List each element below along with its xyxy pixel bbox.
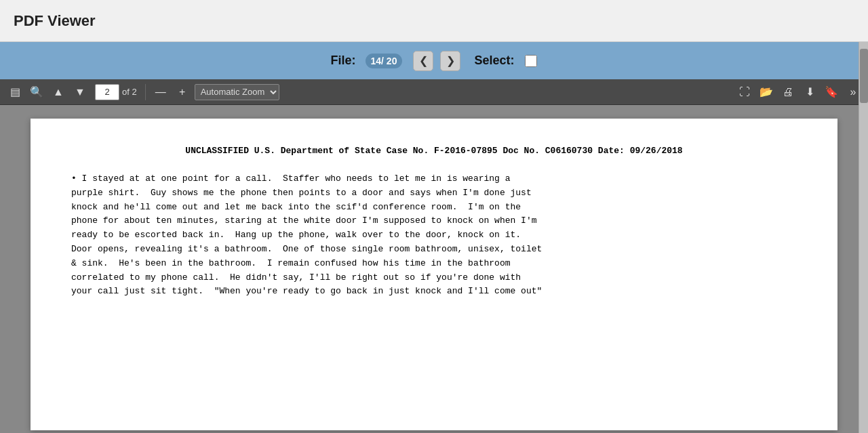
prev-page-button[interactable]: ▲ <box>49 83 68 102</box>
toolbar-separator <box>145 84 146 100</box>
pdf-content-area: UNCLASSIFIED U.S. Department of State Ca… <box>0 105 868 433</box>
nav-bar: File: 14/ 20 ❮ ❯ Select: <box>0 42 868 79</box>
prev-file-button[interactable]: ❮ <box>413 51 433 71</box>
next-page-button[interactable]: ▼ <box>71 83 90 102</box>
next-file-button[interactable]: ❯ <box>440 51 460 71</box>
pdf-body-text: • I stayed at at one point for a call. S… <box>71 172 797 299</box>
page-badge: 14/ 20 <box>366 54 403 68</box>
sidebar-toggle-button[interactable]: ▤ <box>5 83 24 102</box>
zoom-select[interactable]: Automatic Zoom <box>195 84 279 100</box>
toolbar-right: ⛶ 📂 🖨 ⬇ 🔖 » <box>735 83 863 102</box>
app-header: PDF Viewer <box>0 0 868 42</box>
pdf-doc-header: UNCLASSIFIED U.S. Department of State Ca… <box>71 146 797 156</box>
zoom-out-button[interactable]: — <box>151 83 170 102</box>
open-file-button[interactable]: 📂 <box>757 83 776 102</box>
page-input-wrap: of 2 <box>95 84 137 100</box>
bookmark-button[interactable]: 🔖 <box>822 83 841 102</box>
page-total: of 2 <box>122 87 137 97</box>
select-checkbox[interactable] <box>525 55 537 67</box>
page-number-input[interactable] <box>95 84 119 100</box>
file-label: File: <box>331 54 356 68</box>
scrollbar[interactable] <box>859 42 868 433</box>
download-button[interactable]: ⬇ <box>800 83 819 102</box>
select-label: Select: <box>474 54 514 68</box>
fullscreen-button[interactable]: ⛶ <box>735 83 754 102</box>
scrollbar-thumb[interactable] <box>860 49 868 103</box>
pdf-page: UNCLASSIFIED U.S. Department of State Ca… <box>31 119 837 430</box>
app-title: PDF Viewer <box>14 12 96 30</box>
search-button[interactable]: 🔍 <box>27 83 46 102</box>
print-button[interactable]: 🖨 <box>778 83 797 102</box>
pdf-toolbar: ▤ 🔍 ▲ ▼ of 2 — + Automatic Zoom ⛶ 📂 🖨 ⬇ … <box>0 79 868 105</box>
zoom-in-button[interactable]: + <box>173 83 192 102</box>
